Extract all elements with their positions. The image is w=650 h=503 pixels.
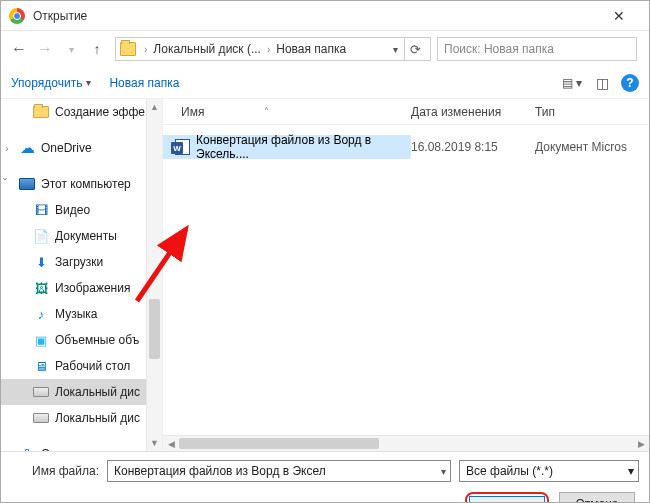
sidebar: Создание эффе ☁OneDrive Этот компьютер 🎞… xyxy=(1,99,163,451)
onedrive-icon: ☁ xyxy=(19,140,35,156)
sidebar-item-this-pc[interactable]: Этот компьютер xyxy=(1,171,162,197)
horizontal-scrollbar[interactable]: ◀ ▶ xyxy=(163,435,649,451)
file-date: 16.08.2019 8:15 xyxy=(411,140,535,154)
chevron-down-icon[interactable]: ▾ xyxy=(628,464,634,478)
sidebar-item-pictures[interactable]: 🖼Изображения xyxy=(1,275,162,301)
scroll-thumb[interactable] xyxy=(179,438,379,449)
this-pc-icon xyxy=(19,176,35,192)
cancel-button[interactable]: Отмена xyxy=(559,492,635,503)
sidebar-scrollbar[interactable]: ▲ ▼ xyxy=(146,99,162,451)
file-filter-select[interactable]: Все файлы (*.*) ▾ xyxy=(459,460,639,482)
chevron-down-icon[interactable]: ▾ xyxy=(441,466,446,477)
file-name: Конвертация файлов из Ворд в Эксель.... xyxy=(196,133,411,161)
disk-icon xyxy=(33,384,49,400)
downloads-icon: ⬇ xyxy=(33,254,49,270)
toolbar: Упорядочить ▾ Новая папка ▤ ▾ ◫ ? xyxy=(1,67,649,99)
video-icon: 🎞 xyxy=(33,202,49,218)
sidebar-item-3d[interactable]: ▣Объемные объ xyxy=(1,327,162,353)
sidebar-item-local-disk[interactable]: Локальный дис xyxy=(1,379,162,405)
sidebar-item-downloads[interactable]: ⬇Загрузки xyxy=(1,249,162,275)
filename-label: Имя файла: xyxy=(11,464,99,478)
chevron-right-icon: › xyxy=(142,44,149,55)
column-type[interactable]: Тип xyxy=(535,105,649,119)
file-row[interactable]: Конвертация файлов из Ворд в Эксель.... … xyxy=(163,135,649,159)
open-button[interactable]: Открыть ▼ xyxy=(469,496,545,503)
sidebar-item-documents[interactable]: 📄Документы xyxy=(1,223,162,249)
window-title: Открытие xyxy=(33,9,596,23)
back-button[interactable]: ← xyxy=(7,37,31,61)
breadcrumb-seg2[interactable]: Новая папка xyxy=(272,42,350,56)
scroll-left-icon[interactable]: ◀ xyxy=(163,439,179,449)
forward-button[interactable]: → xyxy=(33,37,57,61)
scroll-right-icon[interactable]: ▶ xyxy=(633,439,649,449)
sidebar-item-network[interactable]: 🖧Сеть xyxy=(1,441,162,451)
chrome-icon xyxy=(9,8,25,24)
title-bar: Открытие ✕ xyxy=(1,1,649,31)
music-icon: ♪ xyxy=(33,306,49,322)
bottom-panel: Имя файла: Конвертация файлов из Ворд в … xyxy=(1,451,649,503)
column-name[interactable]: Имя˄ xyxy=(163,105,411,119)
cube-icon: ▣ xyxy=(33,332,49,348)
filename-input[interactable]: Конвертация файлов из Ворд в Эксел ▾ xyxy=(107,460,451,482)
pictures-icon: 🖼 xyxy=(33,280,49,296)
breadcrumb-seg1[interactable]: Локальный диск (... xyxy=(149,42,265,56)
view-controls: ▤ ▾ ◫ ? xyxy=(561,72,639,94)
word-file-icon xyxy=(175,139,190,155)
view-mode-button[interactable]: ▤ ▾ xyxy=(561,72,583,94)
help-button[interactable]: ? xyxy=(621,74,639,92)
nav-row: ← → ▾ ↑ › Локальный диск (... › Новая па… xyxy=(1,31,649,67)
sort-indicator-icon: ˄ xyxy=(264,106,269,117)
scroll-down-icon[interactable]: ▼ xyxy=(147,435,162,451)
sidebar-item-music[interactable]: ♪Музыка xyxy=(1,301,162,327)
sidebar-item-onedrive[interactable]: ☁OneDrive xyxy=(1,135,162,161)
documents-icon: 📄 xyxy=(33,228,49,244)
new-folder-button[interactable]: Новая папка xyxy=(109,76,179,90)
file-type: Документ Micros xyxy=(535,140,649,154)
chevron-right-icon: › xyxy=(265,44,272,55)
column-headers: Имя˄ Дата изменения Тип xyxy=(163,99,649,125)
preview-pane-button[interactable]: ◫ xyxy=(591,72,613,94)
column-date[interactable]: Дата изменения xyxy=(411,105,535,119)
search-input[interactable]: Поиск: Новая папка xyxy=(437,37,637,61)
sidebar-item-videos[interactable]: 🎞Видео xyxy=(1,197,162,223)
chevron-down-icon: ▾ xyxy=(86,77,91,88)
search-placeholder: Поиск: Новая папка xyxy=(444,42,554,56)
organize-button[interactable]: Упорядочить ▾ xyxy=(11,76,91,90)
body: Создание эффе ☁OneDrive Этот компьютер 🎞… xyxy=(1,99,649,451)
file-list: Имя˄ Дата изменения Тип Конвертация файл… xyxy=(163,99,649,451)
scroll-thumb[interactable] xyxy=(149,299,160,359)
refresh-button[interactable]: ⟳ xyxy=(404,38,426,60)
sidebar-item-desktop[interactable]: 🖥Рабочий стол xyxy=(1,353,162,379)
network-icon: 🖧 xyxy=(19,446,35,451)
folder-icon xyxy=(120,42,136,56)
up-button[interactable]: ↑ xyxy=(85,37,109,61)
disk-icon xyxy=(33,410,49,426)
sidebar-item-local-disk[interactable]: Локальный дис xyxy=(1,405,162,431)
highlight-annotation: Открыть ▼ xyxy=(465,492,549,503)
address-bar[interactable]: › Локальный диск (... › Новая папка ▾ ⟳ xyxy=(115,37,431,61)
recent-dropdown[interactable]: ▾ xyxy=(59,37,83,61)
close-button[interactable]: ✕ xyxy=(596,1,641,31)
sidebar-item[interactable]: Создание эффе xyxy=(1,99,162,125)
address-dropdown[interactable]: ▾ xyxy=(386,44,404,55)
scroll-up-icon[interactable]: ▲ xyxy=(147,99,162,115)
desktop-icon: 🖥 xyxy=(33,358,49,374)
